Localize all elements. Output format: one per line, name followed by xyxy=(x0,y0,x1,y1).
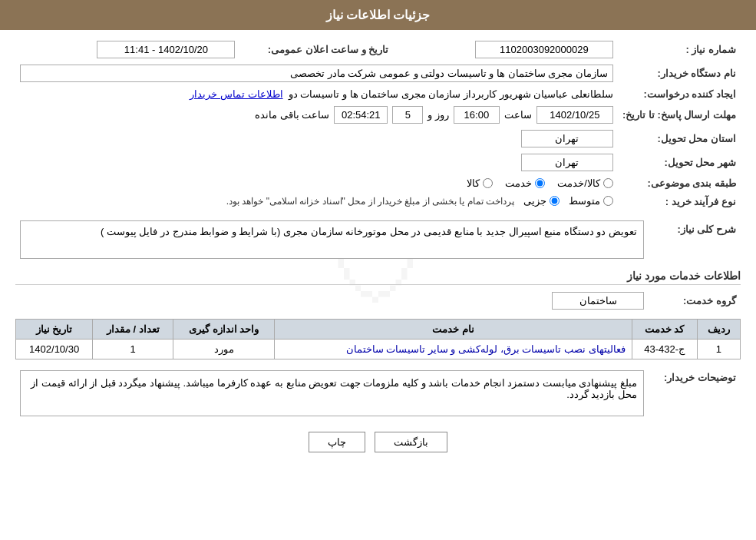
table-row: 1 ج-432-43 فعالیتهای نصب تاسیسات برق، لو… xyxy=(16,340,741,359)
print-button[interactable]: چاپ xyxy=(309,432,365,452)
col-header-code: کد خدمت xyxy=(632,320,697,340)
col-header-unit: واحد اندازه گیری xyxy=(173,320,275,340)
cell-unit: مورد xyxy=(173,340,275,359)
service-group-value: ساختمان xyxy=(552,292,644,310)
city-label: شهر محل تحویل: xyxy=(618,151,741,174)
process-option-motavaset[interactable]: متوسط xyxy=(569,195,613,207)
process-label: نوع فرآیند خرید : xyxy=(618,192,741,211)
bottom-buttons: بازگشت چاپ xyxy=(15,432,741,468)
col-header-name: نام خدمت xyxy=(275,320,632,340)
city-value: تهران xyxy=(521,154,613,171)
need-number-label: شماره نیاز : xyxy=(618,38,741,61)
deadline-remaining-label: ساعت باقی مانده xyxy=(255,109,329,121)
category-radio-group: کالا/خدمت خدمت کالا xyxy=(20,177,613,189)
col-header-date: تاریخ نیاز xyxy=(16,320,93,340)
province-value: تهران xyxy=(521,130,613,147)
category-option-kala[interactable]: کالا xyxy=(467,177,493,189)
services-section-title: اطلاعات خدمات مورد نیاز xyxy=(15,270,741,285)
page-title: جزئیات اطلاعات نیاز xyxy=(326,8,431,22)
process-note: پرداخت تمام یا بخشی از مبلغ خریدار از مح… xyxy=(226,196,514,207)
buyer-org-label: نام دستگاه خریدار: xyxy=(618,61,741,85)
date-label: تاریخ و ساعت اعلان عمومی: xyxy=(239,38,393,61)
cell-qty: 1 xyxy=(93,340,173,359)
back-button[interactable]: بازگشت xyxy=(375,432,447,452)
deadline-date: 1402/10/25 xyxy=(536,106,613,124)
creator-value: سلطانعلی عباسیان شهریور کاربرداز سازمان … xyxy=(289,88,613,100)
cell-date: 1402/10/30 xyxy=(16,340,93,359)
need-number-value: 1102003092000029 xyxy=(475,41,613,58)
deadline-days-label: روز و xyxy=(428,109,449,121)
cell-rownum: 1 xyxy=(697,340,740,359)
deadline-time: 16:00 xyxy=(454,106,500,124)
buyer-notes-value: مبلغ پیشنهادی میابست دستمزد انجام خدمات … xyxy=(20,370,644,416)
deadline-days: 5 xyxy=(392,106,423,124)
creator-label: ایجاد کننده درخواست: xyxy=(618,85,741,103)
category-option-khedmat[interactable]: خدمت xyxy=(505,177,545,189)
need-desc-value: تعویض دو دستگاه منبع اسپیرال جدید با منا… xyxy=(20,220,644,259)
province-label: استان محل تحویل: xyxy=(618,127,741,151)
category-label: طبقه بندی موضوعی: xyxy=(618,174,741,192)
deadline-label: مهلت ارسال پاسخ: تا تاریخ: xyxy=(618,103,741,127)
service-group-label: گروه خدمت: xyxy=(649,289,741,313)
date-value: 1402/10/20 - 11:41 xyxy=(97,41,235,58)
cell-name: فعالیتهای نصب تاسیسات برق، لوله‌کشی و سا… xyxy=(275,340,632,359)
contact-link[interactable]: اطلاعات تماس خریدار xyxy=(190,88,282,100)
col-header-rownum: ردیف xyxy=(697,320,740,340)
buyer-org-value: سازمان مجری ساختمان ها و تاسیسات دولتی و… xyxy=(20,65,613,82)
page-header: جزئیات اطلاعات نیاز xyxy=(0,0,756,30)
category-option-kala-khedmat[interactable]: کالا/خدمت xyxy=(557,177,613,189)
buyer-notes-label: توضیحات خریدار: xyxy=(649,367,741,419)
services-table: ردیف کد خدمت نام خدمت واحد اندازه گیری ت… xyxy=(15,319,741,359)
cell-code: ج-432-43 xyxy=(632,340,697,359)
deadline-time-label: ساعت xyxy=(504,109,532,121)
deadline-remaining: 02:54:21 xyxy=(334,106,388,124)
process-option-jozi[interactable]: جزیی xyxy=(523,195,560,207)
col-header-qty: تعداد / مقدار xyxy=(93,320,173,340)
need-desc-label: شرح کلی نیاز: xyxy=(649,217,741,262)
